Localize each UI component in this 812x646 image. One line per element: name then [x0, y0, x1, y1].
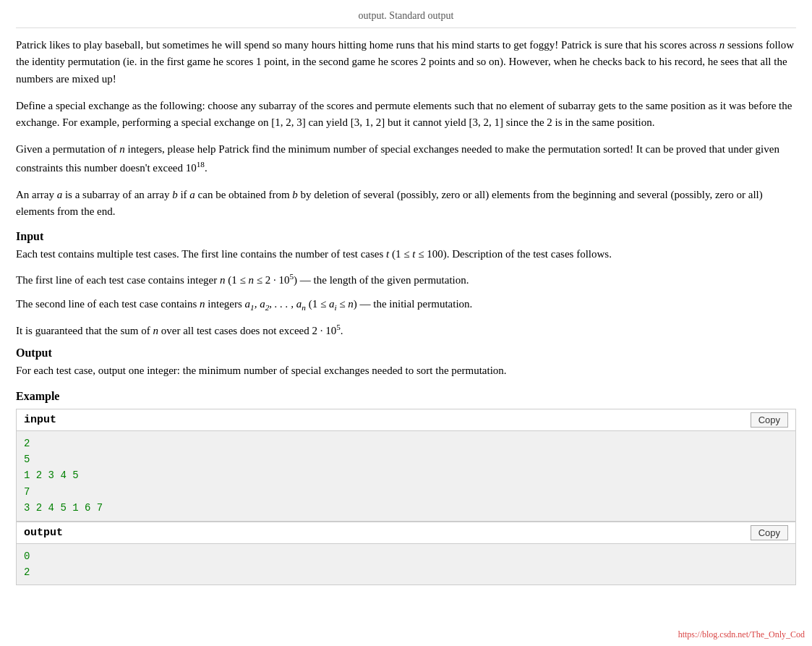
example-label: Example [16, 390, 796, 403]
input-title: Input [16, 230, 796, 243]
input-para-4: It is guaranteed that the sum of n over … [16, 321, 796, 339]
input-code-header: input Copy [17, 409, 795, 431]
input-line-5: 3 2 4 5 1 6 7 [24, 502, 103, 514]
math-ai: a1, a2, . . . , an [245, 298, 306, 310]
sup-18: 18 [197, 160, 205, 169]
output-line-2: 2 [24, 566, 30, 578]
math-ai2: ai [329, 298, 337, 310]
math-a2: a [189, 189, 195, 200]
math-n-4: n [248, 274, 254, 286]
input-code-block: input Copy 2 5 1 2 3 4 5 7 3 2 4 5 1 6 7 [16, 409, 796, 522]
input-line-2: 5 [24, 454, 30, 465]
math-n-3: n [220, 274, 226, 286]
watermark: https://blog.csdn.net/The_Only_Cod [678, 629, 805, 640]
math-n-6: n [348, 298, 354, 310]
math-b: b [172, 189, 178, 200]
sup-5-1: 5 [289, 272, 294, 281]
output-para-1: For each test case, output one integer: … [16, 362, 796, 379]
header-bar: output. Standard output [16, 7, 796, 28]
output-code-block: output Copy 0 2 [16, 522, 796, 586]
math-t: t [386, 248, 389, 260]
input-para-2: The first line of each test case contain… [16, 271, 796, 289]
output-code-body: 0 2 [17, 544, 795, 585]
input-line-1: 2 [24, 438, 30, 449]
math-n-1: n [719, 39, 725, 51]
paragraph-2: Define a special exchange as the followi… [16, 98, 796, 132]
input-copy-button[interactable]: Copy [751, 412, 788, 428]
sup-5-2: 5 [336, 323, 341, 331]
header-text: output. Standard output [359, 10, 454, 21]
output-code-label: output [24, 527, 63, 539]
math-t2: t [412, 248, 415, 260]
input-code-body: 2 5 1 2 3 4 5 7 3 2 4 5 1 6 7 [17, 431, 795, 521]
paragraph-4: An array a is a subarray of an array b i… [16, 187, 796, 221]
input-code-label: input [24, 414, 56, 426]
output-line-1: 0 [24, 551, 30, 562]
input-para-3: The second line of each test case contai… [16, 296, 796, 314]
paragraph-3: Given a permutation of n integers, pleas… [16, 141, 796, 177]
output-title: Output [16, 347, 796, 360]
math-n-2: n [119, 143, 125, 155]
math-b2: b [292, 189, 298, 200]
math-n-7: n [153, 325, 159, 336]
input-para-1: Each test contains multiple test cases. … [16, 246, 796, 263]
math-a: a [57, 189, 63, 200]
output-copy-button[interactable]: Copy [751, 525, 788, 540]
output-code-header: output Copy [17, 522, 795, 544]
input-line-3: 1 2 3 4 5 [24, 469, 79, 481]
input-line-4: 7 [24, 486, 30, 498]
math-n-5: n [200, 298, 205, 310]
paragraph-1: Patrick likes to play baseball, but some… [16, 37, 796, 88]
